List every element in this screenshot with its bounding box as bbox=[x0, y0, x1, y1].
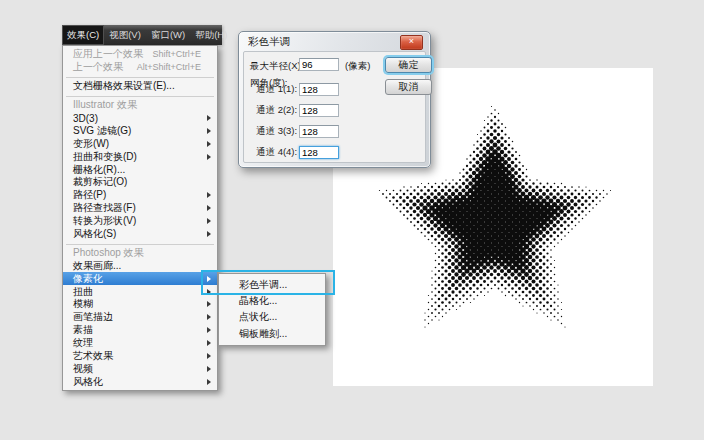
menu-item-convert-to-shape[interactable]: 转换为形状(V) bbox=[63, 215, 217, 228]
menu-header-photoshop-effects: Photoshop 效果 bbox=[63, 246, 217, 259]
menu-item-brush-strokes[interactable]: 画笔描边 bbox=[63, 311, 217, 324]
channel-label: 通道 4(4): bbox=[256, 146, 299, 159]
submenu-arrow-icon bbox=[203, 379, 211, 385]
menubar-item-help[interactable]: 帮助(H) bbox=[190, 25, 232, 45]
menubar-item-label: 帮助(H) bbox=[195, 29, 227, 42]
channel-fields: 通道 1(1): 通道 2(2): 通道 3(3): 通道 4(4): bbox=[256, 79, 339, 163]
dialog-title: 彩色半调 bbox=[248, 35, 290, 49]
menubar-item-label: 窗口(W) bbox=[151, 29, 185, 42]
menu-item-distort-transform[interactable]: 扭曲和变换(D) bbox=[63, 150, 217, 163]
menu-item-shortcut: Shift+Ctrl+E bbox=[152, 49, 203, 59]
menu-item-distort[interactable]: 扭曲 bbox=[63, 285, 217, 298]
menu-item-warp[interactable]: 变形(W) bbox=[63, 137, 217, 150]
max-radius-unit: (像素) bbox=[345, 60, 370, 73]
illustrator-window: { "menu_bar": { "items": [ {"label": "效果… bbox=[0, 0, 704, 440]
submenu-arrow-icon bbox=[203, 289, 211, 295]
submenu-item-label: 点状化... bbox=[239, 310, 277, 324]
channel-row: 通道 2(2): bbox=[256, 100, 339, 121]
close-button[interactable]: × bbox=[400, 35, 423, 50]
menu-bar: 效果(C) 视图(V) 窗口(W) 帮助(H) bbox=[62, 25, 222, 45]
channel-row: 通道 3(3): bbox=[256, 121, 339, 142]
menubar-item-label: 效果(C) bbox=[67, 29, 99, 42]
submenu-item-pointillize[interactable]: 点状化... bbox=[219, 309, 325, 325]
menu-item-3d[interactable]: 3D(3) bbox=[63, 112, 217, 125]
menubar-item-view[interactable]: 视图(V) bbox=[104, 25, 146, 45]
menu-item-label: 文档栅格效果设置(E)... bbox=[73, 79, 175, 93]
submenu-item-color-halftone[interactable]: 彩色半调... bbox=[219, 277, 325, 293]
menu-item-label: 视频 bbox=[73, 362, 93, 376]
menu-item-label: 裁剪标记(O) bbox=[73, 175, 127, 189]
menu-item-label: 上一个效果 bbox=[73, 60, 123, 74]
menu-item-video[interactable]: 视频 bbox=[63, 362, 217, 375]
menu-item-shortcut: Alt+Shift+Ctrl+E bbox=[137, 62, 203, 72]
menu-item-effect-gallery[interactable]: 效果画廊... bbox=[63, 259, 217, 272]
channel-input[interactable] bbox=[299, 146, 339, 159]
close-icon: × bbox=[409, 36, 414, 46]
channel-label: 通道 1(1): bbox=[256, 83, 299, 96]
menu-item-apply-last-effect[interactable]: 应用上一个效果 Shift+Ctrl+E bbox=[63, 48, 217, 61]
menu-item-label: 风格化 bbox=[73, 375, 103, 389]
menubar-item-label: 视图(V) bbox=[109, 29, 141, 42]
submenu-arrow-icon bbox=[203, 366, 211, 372]
menu-item-texture[interactable]: 纹理 bbox=[63, 337, 217, 350]
max-radius-input[interactable] bbox=[299, 58, 339, 71]
menu-item-rasterize[interactable]: 栅格化(R)... bbox=[63, 163, 217, 176]
menu-item-blur[interactable]: 模糊 bbox=[63, 298, 217, 311]
menu-item-label: 扭曲 bbox=[73, 285, 93, 299]
submenu-item-mezzotint[interactable]: 铜板雕刻... bbox=[219, 326, 325, 342]
menu-item-label: 效果画廊... bbox=[73, 259, 121, 273]
submenu-arrow-icon bbox=[203, 154, 211, 160]
submenu-arrow-icon bbox=[203, 192, 211, 198]
dialog-body: 最大半径(X): (像素) 网角(度): 通道 1(1): 通道 2(2): 通… bbox=[243, 51, 426, 163]
menu-item-label: 路径(P) bbox=[73, 188, 106, 202]
menu-item-pixelate[interactable]: 像素化 bbox=[63, 272, 217, 285]
submenu-arrow-icon bbox=[203, 231, 211, 237]
menu-item-label: 画笔描边 bbox=[73, 310, 113, 324]
menu-item-path[interactable]: 路径(P) bbox=[63, 189, 217, 202]
submenu-item-crystallize[interactable]: 晶格化... bbox=[219, 293, 325, 309]
submenu-arrow-icon bbox=[203, 314, 211, 320]
menubar-item-window[interactable]: 窗口(W) bbox=[146, 25, 190, 45]
channel-input[interactable] bbox=[299, 83, 339, 96]
submenu-arrow-icon bbox=[203, 218, 211, 224]
submenu-item-label: 彩色半调... bbox=[239, 278, 287, 292]
ok-button[interactable]: 确定 bbox=[385, 57, 432, 73]
submenu-arrow-icon bbox=[203, 205, 211, 211]
cancel-button[interactable]: 取消 bbox=[385, 79, 432, 95]
menu-item-label: 模糊 bbox=[73, 297, 93, 311]
channel-input[interactable] bbox=[299, 125, 339, 138]
menu-item-label: 像素化 bbox=[73, 272, 103, 286]
menu-item-artistic[interactable]: 艺术效果 bbox=[63, 350, 217, 363]
menu-item-last-effect[interactable]: 上一个效果 Alt+Shift+Ctrl+E bbox=[63, 61, 217, 74]
menu-item-label: 扭曲和变换(D) bbox=[73, 150, 137, 164]
submenu-arrow-icon bbox=[203, 353, 211, 359]
menu-item-label: SVG 滤镜(G) bbox=[73, 124, 131, 138]
effects-menu: 应用上一个效果 Shift+Ctrl+E 上一个效果 Alt+Shift+Ctr… bbox=[62, 45, 218, 391]
menu-item-label: 栅格化(R)... bbox=[73, 163, 125, 177]
menu-item-stylize-ai[interactable]: 风格化(S) bbox=[63, 228, 217, 241]
submenu-item-label: 晶格化... bbox=[239, 294, 277, 308]
menu-item-label: 应用上一个效果 bbox=[73, 47, 143, 61]
menu-item-label: 变形(W) bbox=[73, 137, 109, 151]
channel-input[interactable] bbox=[299, 104, 339, 117]
menu-item-svg-filters[interactable]: SVG 滤镜(G) bbox=[63, 124, 217, 137]
menu-item-stylize-ps[interactable]: 风格化 bbox=[63, 375, 217, 388]
pixelate-submenu: 彩色半调... 晶格化... 点状化... 铜板雕刻... bbox=[218, 273, 326, 346]
submenu-arrow-icon bbox=[203, 141, 211, 147]
menu-item-sketch[interactable]: 素描 bbox=[63, 324, 217, 337]
menu-item-label: 风格化(S) bbox=[73, 227, 116, 241]
submenu-arrow-icon bbox=[203, 327, 211, 333]
channel-row: 通道 4(4): bbox=[256, 142, 339, 163]
max-radius-label: 最大半径(X): bbox=[250, 60, 303, 73]
submenu-arrow-icon bbox=[203, 128, 211, 134]
menu-header-illustrator-effects: Illustrator 效果 bbox=[63, 99, 217, 112]
submenu-arrow-icon bbox=[203, 301, 211, 307]
color-halftone-dialog: 彩色半调 × 最大半径(X): (像素) 网角(度): 通道 1(1): 通道 … bbox=[238, 31, 431, 168]
menu-item-pathfinder[interactable]: 路径查找器(F) bbox=[63, 202, 217, 215]
submenu-arrow-icon bbox=[203, 276, 211, 282]
menu-item-document-raster-settings[interactable]: 文档栅格效果设置(E)... bbox=[63, 80, 217, 93]
menubar-item-effects[interactable]: 效果(C) bbox=[62, 25, 104, 45]
menu-item-crop-marks[interactable]: 裁剪标记(O) bbox=[63, 176, 217, 189]
channel-label: 通道 2(2): bbox=[256, 104, 299, 117]
menu-item-label: 素描 bbox=[73, 323, 93, 337]
